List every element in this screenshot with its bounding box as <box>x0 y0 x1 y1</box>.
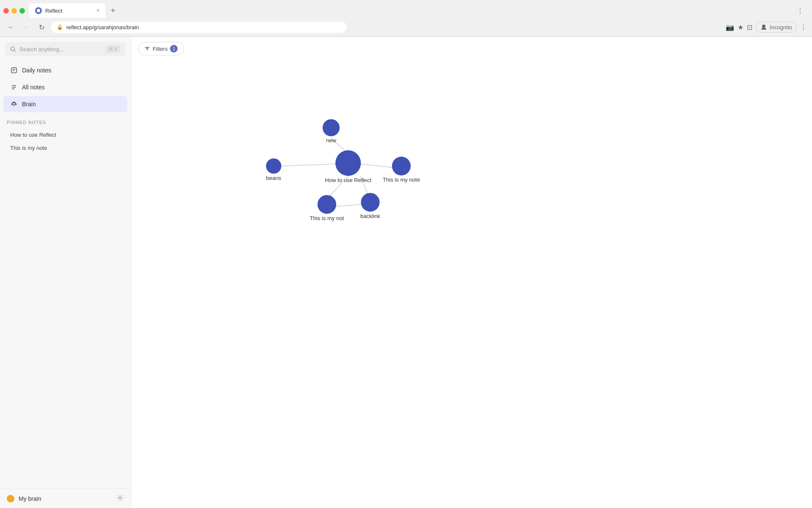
url-text: reflect.app/g/sarahjonas/brain <box>66 24 139 30</box>
node-how-to-use-reflect[interactable] <box>335 150 361 176</box>
address-input[interactable]: 🔒 reflect.app/g/sarahjonas/brain <box>51 22 347 33</box>
svg-point-0 <box>37 9 40 12</box>
svg-point-20 <box>318 195 336 214</box>
maximize-traffic-light[interactable] <box>19 8 25 14</box>
list-icon <box>10 83 18 91</box>
svg-point-18 <box>266 158 281 174</box>
graph-canvas: new How to use Reflect beans This is my … <box>131 62 812 508</box>
traffic-lights <box>3 8 25 14</box>
split-icon[interactable]: ⊡ <box>747 23 752 31</box>
active-tab[interactable]: Reflect × <box>29 3 105 18</box>
address-actions: 📷 ★ ⊡ Incognito ⋮ <box>726 22 807 33</box>
node-backlink-label: backlink <box>360 213 381 219</box>
edge-how-to-use-beans <box>281 164 336 166</box>
svg-point-19 <box>392 157 411 175</box>
search-icon <box>10 46 16 52</box>
filters-icon <box>144 46 150 52</box>
main-content: Filters 1 <box>131 37 812 508</box>
node-new[interactable] <box>323 119 340 136</box>
filters-button[interactable]: Filters 1 <box>138 42 184 55</box>
pinned-section: PINNED NOTES How to use Reflect This is … <box>0 115 131 157</box>
node-beans-label: beans <box>266 175 281 181</box>
my-brain-dot <box>7 495 14 502</box>
sidebar-footer: My brain <box>0 489 131 508</box>
svg-point-16 <box>323 119 340 136</box>
tab-title: Reflect <box>45 8 62 14</box>
daily-notes-label: Daily notes <box>22 67 51 74</box>
all-notes-label: All notes <box>22 84 45 91</box>
pinned-item-how-to-use[interactable]: How to use Reflect <box>7 128 124 141</box>
brain-icon <box>10 100 18 108</box>
minimize-traffic-light[interactable] <box>11 8 17 14</box>
close-traffic-light[interactable] <box>3 8 9 14</box>
svg-point-17 <box>335 150 361 176</box>
cast-icon[interactable]: 📷 <box>726 23 734 31</box>
bookmark-icon[interactable]: ★ <box>738 23 743 31</box>
svg-point-1 <box>762 25 765 28</box>
edge-not-backlink <box>335 204 361 207</box>
svg-point-21 <box>361 193 379 212</box>
svg-rect-4 <box>11 68 16 73</box>
filters-label: Filters <box>153 46 167 52</box>
reload-button[interactable]: ↻ <box>36 21 47 33</box>
browser-menu-icon[interactable]: ⋮ <box>800 23 807 31</box>
pinned-label: PINNED NOTES <box>7 120 124 125</box>
settings-icon[interactable] <box>116 494 124 503</box>
new-tab-button[interactable]: + <box>107 5 119 17</box>
svg-point-12 <box>119 497 121 499</box>
tab-menu-button[interactable]: ⋮ <box>797 7 809 15</box>
search-placeholder: Search anything... <box>19 46 102 52</box>
profile-icon <box>760 24 767 30</box>
lock-icon: 🔒 <box>57 24 63 30</box>
sidebar-item-brain[interactable]: Brain <box>3 96 127 112</box>
tab-bar: Reflect × + ⋮ <box>0 0 812 18</box>
back-button[interactable]: ← <box>5 21 17 33</box>
node-this-is-my-note[interactable] <box>392 157 411 175</box>
sidebar-nav: Daily notes All notes <box>0 60 131 115</box>
svg-point-10 <box>13 102 15 105</box>
profile-button[interactable]: Incognito <box>756 22 797 33</box>
sidebar: Search anything... ⌘ K Daily notes <box>0 37 131 508</box>
forward-button[interactable]: → <box>20 21 32 33</box>
profile-label: Incognito <box>770 24 792 30</box>
my-brain-label: My brain <box>19 495 112 502</box>
search-box[interactable]: Search anything... ⌘ K <box>5 42 126 56</box>
tab-favicon-icon <box>35 7 42 14</box>
search-shortcut: ⌘ K <box>106 45 121 53</box>
svg-line-3 <box>14 50 16 52</box>
sidebar-item-daily-notes[interactable]: Daily notes <box>3 62 127 78</box>
svg-point-2 <box>11 47 15 51</box>
node-how-to-use-label: How to use Reflect <box>325 177 371 183</box>
app: Search anything... ⌘ K Daily notes <box>0 37 812 508</box>
filter-count-badge: 1 <box>170 45 178 52</box>
address-bar: ← → ↻ 🔒 reflect.app/g/sarahjonas/brain 📷… <box>0 18 812 36</box>
node-this-is-my-not[interactable] <box>318 195 336 214</box>
tab-close-button[interactable]: × <box>96 8 99 14</box>
filters-bar: Filters 1 <box>131 37 812 61</box>
sidebar-item-all-notes[interactable]: All notes <box>3 79 127 95</box>
brain-label-nav: Brain <box>22 101 36 108</box>
node-new-label: new <box>326 137 337 144</box>
edit-icon <box>10 66 18 74</box>
node-backlink[interactable] <box>361 193 379 212</box>
pinned-item-my-note[interactable]: This is my note <box>7 141 124 155</box>
node-beans[interactable] <box>266 158 281 174</box>
node-this-is-my-note-label: This is my note <box>383 177 420 183</box>
node-this-is-my-not-label: This is my not <box>310 215 344 221</box>
browser-chrome: Reflect × + ⋮ ← → ↻ 🔒 reflect.app/g/sara… <box>0 0 812 37</box>
brain-graph[interactable]: new How to use Reflect beans This is my … <box>131 62 812 508</box>
